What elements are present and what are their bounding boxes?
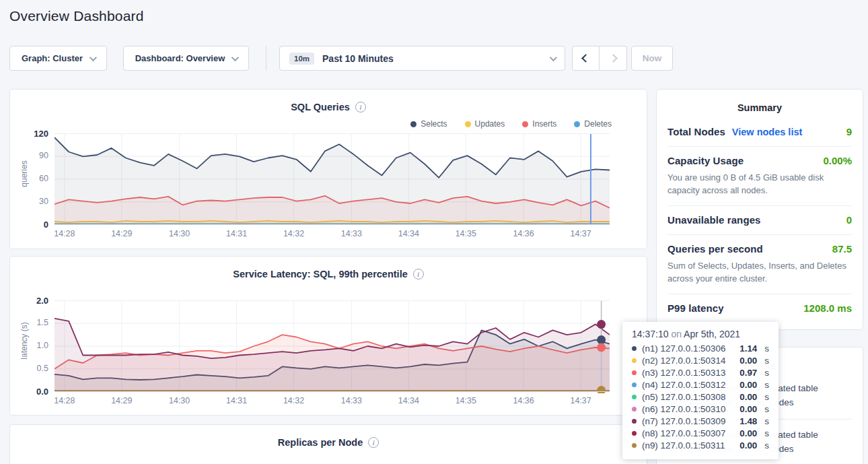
summary-label: Total Nodes (667, 126, 725, 137)
tooltip-node-unit: s (764, 356, 769, 366)
service-latency-plot[interactable] (55, 300, 610, 396)
toolbar-divider (266, 46, 266, 71)
legend-item-deletes[interactable]: Deletes (574, 119, 612, 129)
previous-range-button[interactable] (572, 46, 600, 71)
graph-dropdown[interactable]: Graph: Cluster (9, 46, 107, 71)
summary-value: 87.5 (832, 243, 852, 255)
x-tick-label: 14:30 (163, 396, 196, 405)
y-tick-label: 0 (10, 220, 48, 230)
chevron-down-icon (550, 53, 557, 61)
x-tick-label: 14:35 (449, 396, 482, 405)
view-nodes-list-link[interactable]: View nodes list (732, 127, 803, 137)
tooltip-node-label: (n8) 127.0.0.1:50307 (642, 428, 725, 438)
tooltip-node-unit: s (764, 416, 769, 426)
summary-description: You are using 0 B of 4.5 GiB usable disk… (667, 171, 852, 197)
node-color-dot-icon (632, 431, 637, 436)
chevron-down-icon (89, 53, 97, 61)
tooltip-node-label: (n3) 127.0.0.1:50313 (642, 368, 725, 378)
summary-row: Capacity Usage0.00%You are using 0 B of … (667, 146, 852, 205)
sql-queries-plot[interactable] (55, 133, 610, 229)
x-tick-label: 14:34 (392, 229, 425, 238)
next-range-button[interactable] (600, 46, 627, 71)
legend-label: Selects (421, 119, 447, 129)
time-range-label: Past 10 Minutes (322, 53, 394, 64)
x-tick-label: 14:30 (163, 229, 196, 238)
graph-dropdown-label: Graph: Cluster (22, 53, 83, 63)
legend-label: Inserts (532, 119, 556, 129)
tooltip-node-row: (n6) 127.0.0.1:503100.00s (632, 403, 769, 415)
tooltip-node-value: 1.48 (739, 416, 757, 426)
tooltip-node-unit: s (764, 380, 769, 390)
tooltip-node-unit: s (764, 428, 769, 438)
tooltip-node-row: (n7) 127.0.0.1:503091.48s (632, 415, 769, 427)
tooltip-node-label: (n6) 127.0.0.1:50310 (642, 404, 725, 414)
replicas-chart-title: Replicas per Node (278, 437, 363, 448)
y-tick-label: 120 (10, 129, 48, 139)
info-icon[interactable]: i (413, 269, 424, 279)
legend-dot-icon (522, 121, 528, 127)
tooltip-node-label: (n9) 127.0.0.1:50311 (642, 440, 725, 451)
tooltip-timestamp: 14:37:10 on Apr 5th, 2021 (632, 329, 769, 342)
legend-item-selects[interactable]: Selects (410, 119, 447, 129)
chart-legend: SelectsUpdatesInsertsDeletes (410, 119, 612, 129)
time-nav-group (572, 46, 627, 71)
legend-dot-icon (574, 121, 580, 127)
y-tick-label: 60 (10, 174, 48, 183)
y-tick-label: 1.0 (10, 341, 48, 350)
dashboard-dropdown-label: Dashboard: Overview (135, 53, 225, 63)
legend-label: Deletes (584, 119, 612, 129)
chevron-left-icon (581, 54, 590, 63)
tooltip-node-row: (n5) 127.0.0.1:503080.00s (632, 391, 769, 403)
summary-label: P99 latency (667, 302, 724, 314)
x-tick-label: 14:29 (105, 396, 139, 405)
time-range-badge: 10m (289, 53, 314, 65)
x-tick-label: 14:32 (277, 229, 311, 238)
tooltip-node-label: (n2) 127.0.0.1:50314 (642, 356, 725, 366)
node-color-dot-icon (632, 407, 637, 411)
x-tick-label: 14:37 (564, 229, 598, 238)
summary-value: 0 (846, 214, 852, 226)
time-range-picker[interactable]: 10m Past 10 Minutes (279, 46, 565, 71)
tooltip-node-row: (n8) 127.0.0.1:503070.00s (632, 427, 769, 439)
y-tick-label: 2.0 (10, 296, 48, 306)
summary-card: Summary Total NodesView nodes list9Capac… (656, 89, 863, 330)
x-tick-label: 14:29 (105, 229, 139, 238)
tooltip-node-row: (n4) 127.0.0.1:503120.00s (632, 378, 769, 391)
legend-dot-icon (410, 121, 417, 127)
chevron-right-icon (609, 54, 618, 63)
info-icon[interactable]: i (368, 437, 379, 448)
now-button[interactable]: Now (631, 46, 673, 71)
page-title: Overview Dashboard (9, 8, 144, 24)
tooltip-node-row: (n9) 127.0.0.1:503110.00s (632, 439, 769, 451)
tooltip-node-value: 1.14 (739, 343, 757, 354)
x-tick-label: 14:31 (220, 229, 254, 238)
x-tick-label: 14:32 (277, 396, 311, 405)
y-tick-label: 0.5 (10, 364, 48, 373)
x-tick-label: 14:37 (564, 396, 598, 405)
info-icon[interactable]: i (355, 102, 366, 112)
tooltip-node-value: 0.00 (739, 428, 757, 438)
summary-description: Sum of Selects, Updates, Inserts, and De… (667, 259, 852, 285)
legend-item-updates[interactable]: Updates (465, 119, 505, 129)
chevron-down-icon (231, 53, 239, 61)
tooltip-node-unit: s (764, 392, 769, 402)
tooltip-node-label: (n5) 127.0.0.1:50308 (642, 392, 725, 402)
summary-row: Total NodesView nodes list9 (667, 118, 852, 146)
node-color-dot-icon (632, 370, 637, 375)
summary-heading: Summary (667, 90, 852, 118)
summary-value: 0.00% (823, 155, 852, 166)
summary-value: 1208.0 ms (803, 302, 852, 314)
summary-label: Capacity Usage (667, 155, 744, 166)
sql-queries-panel: SQL Queries i SelectsUpdatesInsertsDelet… (9, 89, 647, 249)
summary-label: Unavailable ranges (667, 214, 761, 226)
node-color-dot-icon (632, 419, 637, 424)
tooltip-node-value: 0.00 (739, 356, 757, 366)
summary-value: 9 (846, 126, 852, 137)
legend-item-inserts[interactable]: Inserts (522, 119, 556, 129)
sql-queries-chart-title: SQL Queries (291, 102, 350, 112)
service-latency-chart-title: Service Latency: SQL, 99th percentile (233, 269, 408, 279)
dashboard-dropdown[interactable]: Dashboard: Overview (123, 46, 249, 71)
y-tick-label: 90 (10, 151, 48, 160)
tooltip-node-value: 0.00 (739, 440, 757, 451)
tooltip-node-label: (n1) 127.0.0.1:50306 (642, 343, 725, 354)
